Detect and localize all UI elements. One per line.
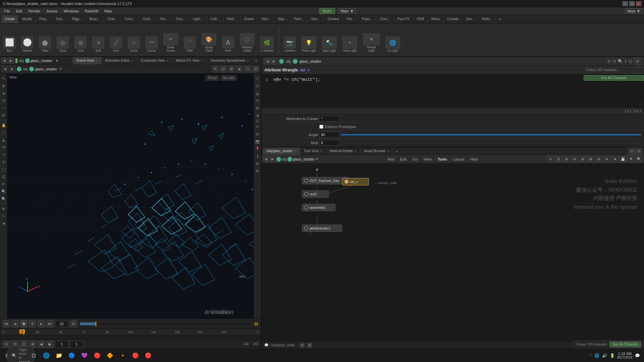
vp-btn-settings[interactable]: ⚙: [228, 66, 235, 72]
timeline-stop[interactable]: ⏹: [20, 320, 28, 327]
node-star[interactable]: ★: [611, 156, 619, 163]
tab-obj-glass[interactable]: /obj/glass_shatter ✕: [263, 147, 300, 155]
edge-icon[interactable]: 🌐: [40, 350, 52, 362]
close-tree-view[interactable]: ✕: [320, 149, 323, 153]
layout-menu[interactable]: Layout: [450, 157, 467, 161]
tool8[interactable]: ⬡: [0, 129, 7, 136]
add-viewport-tab[interactable]: +: [253, 58, 260, 63]
enforce-checkbox[interactable]: [319, 125, 323, 129]
tool16[interactable]: 🔍: [0, 188, 7, 195]
tab-poly[interactable]: Poly...: [36, 15, 52, 23]
status-icon2[interactable]: ⊡: [307, 343, 312, 348]
node-table[interactable]: ⊟: [571, 156, 578, 163]
tab-oceans[interactable]: Oceans: [324, 15, 342, 23]
mult-input[interactable]: 8: [319, 140, 339, 146]
tool3[interactable]: ◈: [0, 90, 7, 97]
tab-driv[interactable]: Driv...: [463, 15, 478, 23]
app5[interactable]: 💜: [78, 350, 91, 362]
shelf-null[interactable]: ✕ Null: [90, 36, 107, 53]
menu-windows[interactable]: Windows: [61, 8, 82, 14]
shelf-box[interactable]: ⬜ Box: [1, 36, 18, 53]
node-graph-canvas[interactable]: OUT_Fracture_Geo set_v → connect_node re…: [262, 164, 644, 341]
close-mfx[interactable]: ✕: [201, 59, 203, 62]
app10[interactable]: 🔴: [142, 350, 154, 362]
attr-help[interactable]: H: [613, 59, 616, 64]
tool13[interactable]: ◯: [0, 166, 7, 173]
shelf-spray-paint[interactable]: 🎨 Spray Paint: [200, 33, 219, 53]
vp-btn-view[interactable]: ⬡: [244, 66, 251, 72]
timeline-end[interactable]: ⏭: [46, 320, 54, 327]
tab-crowds[interactable]: Crowds: [444, 15, 462, 23]
edit-menu[interactable]: Edit: [397, 157, 409, 161]
tray-notif[interactable]: 💬: [635, 353, 640, 358]
rv-tool1[interactable]: ⬡: [254, 75, 261, 82]
tab-cloud[interactable]: Clou...: [172, 15, 189, 23]
tab-parti[interactable]: Parti...: [224, 15, 240, 23]
tab-tree-view[interactable]: Tree View ✕: [300, 147, 326, 155]
close-asset-browser[interactable]: ✕: [387, 149, 390, 153]
tab-velu[interactable]: Velu...: [258, 15, 274, 23]
shelf-distant-light[interactable]: ☀ Distant Light: [361, 33, 382, 53]
minimize-button[interactable]: −: [623, 1, 628, 6]
shelf-platonic[interactable]: ⬡ Platonic Solids: [238, 33, 257, 53]
tool5[interactable]: ↔: [0, 105, 7, 111]
tab-pyro[interactable]: Pyro FX: [394, 15, 413, 23]
timeline-ruler[interactable]: 0 24 48 72 96 120 144 168 192 216 2: [0, 329, 261, 339]
shelf-line[interactable]: ╱ Line: [108, 36, 124, 53]
shelf-gi-light[interactable]: 🌐 GI Light: [383, 36, 402, 53]
houdini-icon[interactable]: 🔸: [117, 350, 129, 362]
node-rest1[interactable]: rest1: [302, 190, 329, 198]
rv-tool6[interactable]: ◈: [254, 112, 261, 119]
tool14[interactable]: ⊡: [0, 173, 7, 180]
timeline-slider[interactable]: [80, 322, 252, 325]
tool10[interactable]: ⟲: [0, 144, 7, 150]
start-frame-input[interactable]: [55, 341, 68, 348]
close-button[interactable]: ✕: [636, 1, 641, 6]
menu-render[interactable]: Render: [26, 8, 43, 14]
tab-animation-editor[interactable]: Animation Editor ✕: [102, 57, 137, 64]
tray-network[interactable]: 🌐: [594, 353, 599, 358]
chrome-icon[interactable]: 🔵: [66, 350, 78, 362]
node-flag[interactable]: ⚑: [627, 156, 635, 163]
workspace-selector[interactable]: Main ▼: [338, 8, 356, 14]
node-grid2[interactable]: ⊞: [563, 156, 570, 163]
tab-composite-view[interactable]: Composite View ✕: [138, 57, 173, 64]
search-taskbar[interactable]: 🔍 Type here to search: [15, 350, 27, 362]
attr-create-input[interactable]: *: [319, 116, 339, 122]
node-save[interactable]: 💾: [619, 156, 627, 163]
app9[interactable]: 🔴: [129, 350, 142, 362]
node-dropdown[interactable]: ▼: [315, 157, 319, 161]
key-all-btn[interactable]: Key All Channels: [601, 76, 627, 80]
vp-forward[interactable]: ▶: [9, 66, 15, 72]
tool18[interactable]: ⊕: [0, 205, 7, 212]
menu-file[interactable]: File: [1, 8, 13, 14]
rv-tool4[interactable]: ⟲: [254, 97, 261, 104]
shelf-camera[interactable]: 📷 Camera: [282, 36, 298, 53]
node-assemble1[interactable]: assemble1: [302, 204, 335, 211]
rv-tool10[interactable]: 📍: [254, 145, 261, 152]
close-scene-view[interactable]: ✕: [95, 59, 98, 62]
node-set-v[interactable]: set_v: [342, 178, 369, 185]
shelf-area-light[interactable]: ▪ Area Light: [340, 36, 360, 53]
vp-dropdown[interactable]: ▼: [59, 67, 62, 71]
timeline-pause[interactable]: ⏸: [29, 320, 36, 327]
vp-btn-snap[interactable]: ◈: [236, 66, 243, 72]
vp-btn-camera[interactable]: 🎥: [220, 66, 227, 72]
node-close[interactable]: ✕: [547, 156, 554, 163]
task-view[interactable]: ⊡: [28, 350, 40, 362]
tab-grains[interactable]: Grains: [241, 15, 258, 23]
tool19[interactable]: ⬡: [0, 213, 7, 219]
tab-parti2[interactable]: Parti...: [290, 15, 307, 23]
attr-nav-forward[interactable]: ▶: [271, 58, 277, 64]
add-shelf-tab[interactable]: +: [498, 16, 501, 22]
node-box2[interactable]: ⊞: [595, 156, 602, 163]
node-layout2[interactable]: ⊠: [587, 156, 594, 163]
node-grid3[interactable]: ⊞: [579, 156, 586, 163]
node-nav-forward[interactable]: ▶: [270, 156, 276, 162]
attr-info[interactable]: ℹ: [625, 59, 627, 64]
rv-tool11[interactable]: ℹ: [254, 153, 261, 160]
rv-tool3[interactable]: ◭: [254, 90, 261, 97]
code-resize[interactable]: ⠿: [639, 102, 641, 106]
tab-asset-browser[interactable]: Asset Browser ✕: [361, 147, 393, 155]
vp-btn-sync[interactable]: ⟳: [212, 66, 219, 72]
